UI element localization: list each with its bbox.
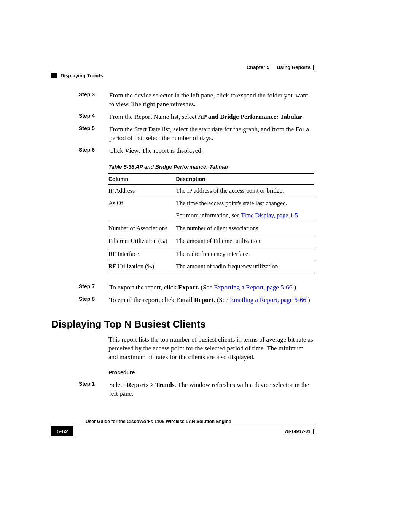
document-number: 78-14947-01 — [285, 429, 311, 434]
step-text: From the device selector in the left pan… — [109, 91, 314, 109]
step-label: Step 8 — [51, 296, 108, 302]
step-row: Step 3 From the device selector in the l… — [51, 91, 314, 109]
table-row: Ethernet Utilization (%) The amount of E… — [108, 235, 314, 248]
page-content: Step 3 From the device selector in the l… — [51, 91, 314, 402]
table-row: Number of Associations The number of cli… — [108, 222, 314, 235]
step-text: To export the report, click Export. (See… — [109, 283, 314, 292]
step-text: Click View. The report is displayed: — [109, 147, 314, 155]
header-rule-icon — [313, 65, 314, 70]
footer-doc-title: User Guide for the CiscoWorks 1105 Wirel… — [86, 419, 314, 424]
step-label: Step 7 — [51, 283, 108, 289]
section-name: Displaying Trends — [61, 73, 103, 78]
section-marker-icon — [51, 73, 57, 78]
step-text: Select Reports > Trends. The window refr… — [109, 381, 314, 398]
step-label: Step 3 — [51, 91, 108, 97]
table-row: As Of The time the access point's state … — [108, 197, 314, 210]
col-header: Description — [176, 173, 314, 185]
performance-table: Column Description IP Address The IP add… — [108, 173, 314, 274]
step-label: Step 1 — [51, 381, 108, 387]
page-header: Chapter 5 Using Reports Displaying Trend… — [51, 64, 314, 78]
step-text: To email the report, click Email Report.… — [109, 296, 314, 305]
page-number: 5-62 — [51, 426, 73, 436]
chapter-number: Chapter 5 — [247, 64, 269, 70]
step-row: Step 5 From the Start Date list, select … — [51, 125, 314, 143]
table-row: For more information, see Time Display, … — [108, 209, 314, 222]
chapter-title: Using Reports — [277, 64, 311, 70]
page-footer: User Guide for the CiscoWorks 1105 Wirel… — [51, 419, 314, 436]
step-row: Step 8 To email the report, click Email … — [51, 296, 314, 305]
table-row: RF Interface The radio frequency interfa… — [108, 248, 314, 260]
step-text: From the Start Date list, select the sta… — [109, 125, 314, 143]
table-row: IP Address The IP address of the access … — [108, 184, 314, 197]
col-header: Column — [108, 173, 176, 185]
step-label: Step 5 — [51, 125, 108, 131]
step-row: Step 1 Select Reports > Trends. The wind… — [51, 381, 314, 398]
body-paragraph: This report lists the top number of busi… — [108, 335, 314, 362]
time-display-link[interactable]: Time Display, page 1-5 — [241, 212, 298, 219]
step-row: Step 4 From the Report Name list, select… — [51, 113, 314, 121]
footer-rule-icon — [313, 429, 314, 434]
procedure-label: Procedure — [108, 369, 314, 375]
step-label: Step 4 — [51, 113, 108, 119]
emailing-report-link[interactable]: Emailing a Report, page 5-66 — [230, 296, 306, 304]
table-row: RF Utilization (%) The amount of radio f… — [108, 260, 314, 273]
section-heading: Displaying Top N Busiest Clients — [51, 318, 314, 330]
table-caption: Table 5-38 AP and Bridge Performance: Ta… — [108, 164, 314, 170]
exporting-report-link[interactable]: Exporting a Report, page 5-66 — [214, 284, 292, 291]
step-text: From the Report Name list, select AP and… — [109, 113, 314, 121]
step-row: Step 7 To export the report, click Expor… — [51, 283, 314, 292]
step-label: Step 6 — [51, 147, 108, 153]
step-row: Step 6 Click View. The report is display… — [51, 147, 314, 155]
